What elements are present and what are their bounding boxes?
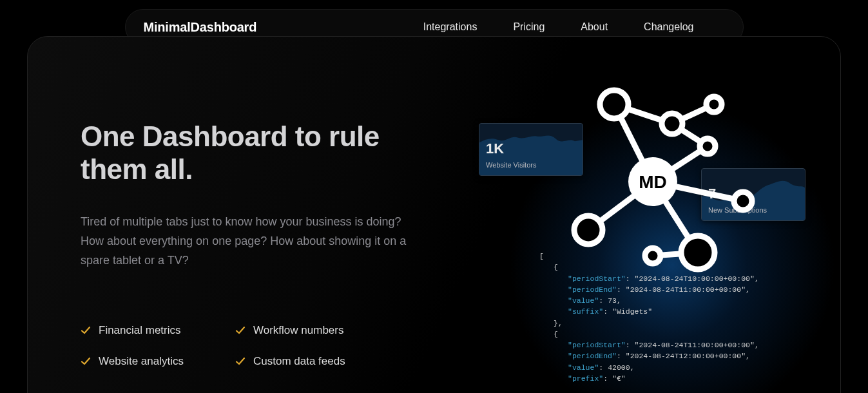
code-punc: : [626,274,635,283]
code-key: "value" [568,296,599,305]
code-value: "2024-08-24T11:00:00+00:00" [626,285,746,294]
code-value: "2024-08-24T10:00:00+00:00" [635,274,755,283]
code-punc: [ [539,252,544,260]
code-key: "periodEnd" [568,352,617,360]
svg-point-9 [600,90,628,119]
feature-item: Workflow numbers [235,324,390,337]
nav-link-integrations[interactable]: Integrations [423,21,477,33]
svg-point-11 [706,97,722,112]
code-punc: : [626,341,635,349]
svg-point-14 [574,216,603,244]
code-punc: { [554,263,558,271]
code-punc: : [617,285,626,294]
code-key: "periodEnd" [568,285,617,294]
nav-link-pricing[interactable]: Pricing [513,21,545,33]
code-value: "Widgets" [612,307,652,316]
hero-graphic: 1K Website Visitors 7 New Subscriptions [472,37,840,393]
code-key: "periodStart" [568,341,626,349]
code-punc: : [617,352,626,360]
code-punc: : [599,296,608,305]
feature-label: Workflow numbers [253,324,343,337]
code-value: 73 [608,296,617,305]
feature-list: Financial metrics Workflow numbers Websi… [81,324,416,368]
code-punc: , [755,341,759,349]
code-punc: : [603,374,612,383]
nav-link-changelog[interactable]: Changelog [644,21,693,33]
code-key: "periodStart" [568,274,626,283]
nav-link-about[interactable]: About [581,21,608,33]
feature-item: Financial metrics [81,324,235,337]
metric-value: 1K [486,140,504,157]
hero-title: One Dashboard to rule them all. [81,120,416,186]
code-punc: : [603,307,612,316]
code-punc: }, [554,319,563,327]
feature-item: Custom data feeds [235,355,390,368]
code-punc: : [599,363,608,372]
hero-panel: One Dashboard to rule them all. Tired of… [27,36,841,393]
code-value: "2024-08-24T12:00:00+00:00" [626,352,746,360]
code-punc: { [554,330,558,338]
feature-label: Financial metrics [99,324,181,337]
code-key: "value" [568,363,599,372]
check-icon [235,356,246,367]
svg-point-12 [700,139,715,154]
code-punc: , [746,285,750,294]
code-key: "prefix" [568,374,603,383]
code-punc: , [755,274,759,283]
code-snippet: [ { "periodStart": "2024-08-24T10:00:00+… [539,247,816,393]
code-value: 42000 [608,363,630,372]
metric-label: Website Visitors [486,161,536,169]
hero-subtitle: Tired of multiple tabs just to know how … [81,213,416,270]
code-punc: , [617,296,621,305]
feature-label: Website analytics [99,355,184,368]
brand-logo[interactable]: MinimalDashboard [144,20,257,35]
code-punc: , [630,363,635,372]
code-value: "2024-08-24T11:00:00+00:00" [635,341,755,349]
svg-point-13 [734,192,752,210]
logo-initials: MD [639,172,667,192]
svg-point-10 [662,113,682,134]
nav-links: Integrations Pricing About Changelog [423,21,725,33]
code-value: "€" [612,374,626,383]
check-icon [81,325,91,336]
check-icon [235,325,246,336]
code-punc: , [746,352,750,360]
code-key: "suffix" [568,307,603,316]
feature-item: Website analytics [81,355,235,368]
hero-copy: One Dashboard to rule them all. Tired of… [81,120,416,368]
check-icon [81,356,91,367]
feature-label: Custom data feeds [253,355,345,368]
